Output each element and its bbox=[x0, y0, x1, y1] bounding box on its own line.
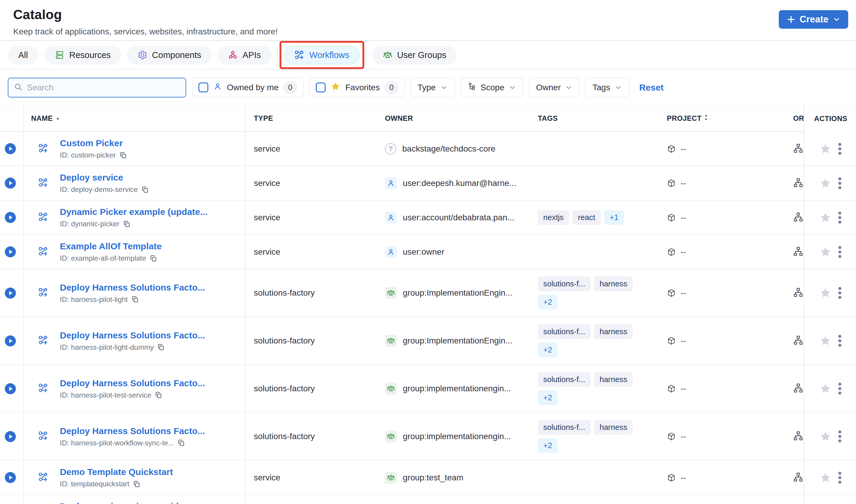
owned-by-me-filter[interactable]: Owned by me 0 bbox=[192, 78, 304, 97]
copy-icon[interactable] bbox=[157, 343, 165, 351]
tab-components[interactable]: Components bbox=[127, 46, 211, 64]
workflow-name-link[interactable]: Deploy Harness Solutions Facto... bbox=[60, 378, 205, 388]
copy-icon[interactable] bbox=[155, 391, 162, 399]
tag-overflow-pill[interactable]: +2 bbox=[538, 343, 558, 357]
header-name[interactable]: NAME bbox=[24, 106, 245, 132]
owned-by-me-count: 0 bbox=[284, 81, 297, 94]
run-workflow-button[interactable] bbox=[5, 246, 16, 257]
more-actions-button[interactable] bbox=[838, 382, 842, 395]
more-actions-button[interactable] bbox=[838, 143, 842, 155]
owner-cell: ?backstage/techdocs-core bbox=[377, 143, 530, 155]
tab-resources[interactable]: Resources bbox=[44, 46, 121, 64]
tag-overflow-pill[interactable]: +2 bbox=[538, 391, 558, 405]
type-cell: solutions-factory bbox=[245, 384, 377, 393]
filter-dropdown-tags[interactable]: Tags bbox=[585, 78, 629, 97]
run-cell bbox=[0, 166, 24, 200]
run-workflow-button[interactable] bbox=[5, 143, 16, 154]
more-actions-button[interactable] bbox=[838, 211, 842, 224]
favorite-star-button[interactable] bbox=[820, 177, 832, 189]
favorite-star-button[interactable] bbox=[820, 472, 832, 484]
copy-icon[interactable] bbox=[177, 439, 185, 447]
favorites-filter[interactable]: Favorites 0 bbox=[309, 78, 405, 97]
copy-icon[interactable] bbox=[150, 255, 157, 262]
run-workflow-button[interactable] bbox=[5, 472, 16, 483]
actions-cell bbox=[804, 201, 856, 234]
favorites-checkbox[interactable] bbox=[316, 83, 326, 92]
chevron-down-icon bbox=[565, 84, 572, 91]
run-cell bbox=[0, 413, 24, 460]
owner-cell: user:owner bbox=[377, 246, 530, 258]
run-workflow-button[interactable] bbox=[5, 178, 16, 188]
workflow-icon bbox=[38, 287, 49, 299]
filter-bar: Owned by me 0 Favorites 0 TypeScopeOwner… bbox=[0, 70, 856, 105]
header-project[interactable]: PROJECT bbox=[658, 106, 787, 132]
tag-overflow-pill[interactable]: +2 bbox=[538, 438, 558, 453]
favorite-star-button[interactable] bbox=[820, 246, 832, 258]
workflow-name-link[interactable]: Dynamic Picker example (update... bbox=[60, 207, 208, 217]
table-row: Demo Template QuickstartID: templatequic… bbox=[0, 461, 856, 495]
project-cell: -- bbox=[658, 144, 787, 154]
more-actions-button[interactable] bbox=[838, 287, 842, 299]
workflow-name-link[interactable]: Demo Template Quickstart bbox=[60, 467, 173, 477]
table-row: Deploy Harness Solutions Facto...ID: har… bbox=[0, 365, 856, 413]
actions-cell bbox=[804, 269, 856, 317]
create-button[interactable]: Create bbox=[779, 10, 849, 29]
more-actions-button[interactable] bbox=[838, 246, 842, 258]
owned-by-me-checkbox[interactable] bbox=[199, 83, 208, 92]
cube-icon bbox=[667, 213, 676, 222]
tab-separator bbox=[277, 47, 278, 64]
owner-text: user:owner bbox=[403, 247, 444, 257]
project-cell: -- bbox=[658, 432, 787, 441]
copy-icon[interactable] bbox=[132, 296, 139, 303]
copy-icon[interactable] bbox=[123, 220, 131, 228]
workflow-name-link[interactable]: Example AllOf Template bbox=[60, 241, 161, 251]
sitemap-icon bbox=[793, 149, 803, 154]
run-workflow-button[interactable] bbox=[5, 212, 16, 223]
run-cell bbox=[0, 201, 24, 234]
run-workflow-button[interactable] bbox=[5, 431, 16, 442]
run-workflow-button[interactable] bbox=[5, 383, 16, 394]
workflow-name-link[interactable]: Deploy Harness Solutions Facto... bbox=[60, 426, 205, 436]
project-cell: -- bbox=[658, 336, 787, 345]
search-input[interactable] bbox=[27, 83, 180, 92]
page-subtitle: Keep track of applications, services, we… bbox=[13, 27, 848, 36]
workflow-name-link[interactable]: Custom Picker bbox=[60, 138, 127, 148]
more-actions-button[interactable] bbox=[838, 177, 842, 190]
header-org: OR bbox=[787, 106, 804, 132]
reset-filters-button[interactable]: Reset bbox=[639, 83, 664, 93]
tab-apis[interactable]: APIs bbox=[218, 46, 271, 64]
tab-all[interactable]: All bbox=[8, 46, 38, 64]
more-actions-button[interactable] bbox=[838, 471, 842, 484]
tab-user-groups[interactable]: User Groups bbox=[372, 46, 457, 64]
tag-pill: solutions-f... bbox=[538, 276, 590, 291]
copy-icon[interactable] bbox=[119, 151, 127, 159]
tag-overflow-pill[interactable]: +2 bbox=[538, 295, 558, 309]
workflow-id: ID: deploy-demo-service bbox=[60, 185, 138, 194]
org-cell bbox=[787, 472, 804, 483]
favorite-star-button[interactable] bbox=[820, 143, 832, 155]
filter-dropdown-owner[interactable]: Owner bbox=[529, 78, 579, 97]
favorite-star-button[interactable] bbox=[820, 383, 832, 395]
favorite-star-button[interactable] bbox=[820, 335, 832, 347]
workflow-name-link[interactable]: Deploy Harness Solutions Facto... bbox=[60, 330, 205, 341]
tag-overflow-pill[interactable]: +1 bbox=[604, 210, 624, 225]
more-actions-button[interactable] bbox=[838, 335, 842, 347]
more-actions-button[interactable] bbox=[838, 430, 842, 443]
run-workflow-button[interactable] bbox=[5, 336, 16, 346]
filter-dropdown-scope[interactable]: Scope bbox=[461, 78, 523, 97]
favorite-star-button[interactable] bbox=[820, 430, 832, 443]
actions-cell bbox=[804, 495, 856, 504]
copy-icon[interactable] bbox=[141, 186, 149, 193]
favorite-star-button[interactable] bbox=[820, 212, 832, 223]
workflow-name-link[interactable]: Deploy Harness Solutions Facto... bbox=[60, 283, 205, 293]
favorite-star-button[interactable] bbox=[820, 287, 832, 299]
tab-workflows[interactable]: Workflows bbox=[284, 46, 360, 64]
run-workflow-button[interactable] bbox=[5, 288, 16, 299]
run-cell bbox=[0, 269, 24, 317]
copy-icon[interactable] bbox=[133, 480, 140, 488]
workflow-name-link[interactable]: Deploy service using x-api-key... bbox=[60, 501, 198, 504]
user-avatar-icon bbox=[385, 246, 397, 258]
owner-text: backstage/techdocs-core bbox=[402, 144, 495, 154]
workflow-name-link[interactable]: Deploy service bbox=[60, 173, 149, 183]
filter-dropdown-type[interactable]: Type bbox=[411, 78, 455, 97]
